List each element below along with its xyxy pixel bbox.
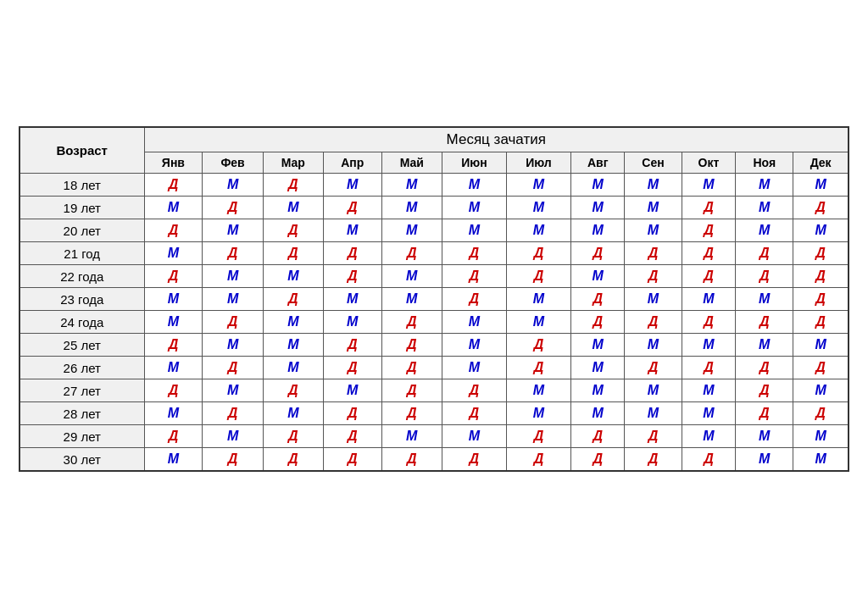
gender-cell: Д bbox=[203, 448, 263, 472]
gender-cell: М bbox=[506, 219, 570, 242]
gender-cell: М bbox=[263, 197, 323, 219]
gender-cell: Д bbox=[442, 448, 506, 472]
table-wrapper: Возраст Месяц зачатия ЯнвФевМарАпрМайИюн… bbox=[19, 126, 849, 472]
gender-cell: М bbox=[571, 402, 625, 425]
gender-cell: М bbox=[263, 265, 323, 288]
gender-cell: М bbox=[506, 402, 570, 425]
gender-cell: М bbox=[682, 379, 736, 402]
gender-cell: Д bbox=[793, 265, 849, 288]
gender-cell: Д bbox=[506, 334, 570, 357]
gender-cell: М bbox=[506, 379, 570, 402]
gender-cell: М bbox=[203, 265, 263, 288]
gender-cell: Д bbox=[144, 265, 203, 288]
table-row: 21 годМДДДДДДДДДДД bbox=[19, 242, 849, 265]
gender-cell: Д bbox=[682, 448, 736, 472]
gender-cell: М bbox=[323, 379, 381, 402]
gender-cell: М bbox=[203, 379, 263, 402]
gender-cell: М bbox=[442, 425, 506, 448]
age-cell: 27 лет bbox=[19, 379, 144, 402]
gender-cell: Д bbox=[736, 311, 793, 334]
gender-cell: Д bbox=[571, 311, 625, 334]
gender-cell: М bbox=[736, 219, 793, 242]
gender-cell: Д bbox=[736, 357, 793, 379]
gender-cell: М bbox=[381, 288, 442, 311]
gender-cell: Д bbox=[144, 174, 203, 197]
gender-cell: Д bbox=[571, 288, 625, 311]
gender-cell: Д bbox=[381, 379, 442, 402]
gender-cell: М bbox=[793, 425, 849, 448]
gender-cell: Д bbox=[144, 219, 203, 242]
gender-cell: М bbox=[442, 334, 506, 357]
gender-cell: М bbox=[736, 448, 793, 472]
gender-cell: М bbox=[442, 357, 506, 379]
gender-cell: М bbox=[736, 174, 793, 197]
gender-cell: М bbox=[203, 174, 263, 197]
table-row: 30 летМДДДДДДДДДММ bbox=[19, 448, 849, 472]
gender-cell: Д bbox=[793, 197, 849, 219]
mesyac-header: Месяц зачатия bbox=[144, 127, 849, 152]
gender-cell: М bbox=[736, 197, 793, 219]
gender-cell: Д bbox=[263, 288, 323, 311]
month-col-header: Дек bbox=[793, 152, 849, 174]
gender-cell: М bbox=[203, 288, 263, 311]
gender-cell: М bbox=[682, 425, 736, 448]
gender-cell: М bbox=[203, 219, 263, 242]
gender-cell: Д bbox=[736, 379, 793, 402]
gender-cell: М bbox=[571, 174, 625, 197]
gender-cell: М bbox=[381, 219, 442, 242]
age-cell: 28 лет bbox=[19, 402, 144, 425]
gender-cell: М bbox=[203, 425, 263, 448]
gender-cell: М bbox=[682, 402, 736, 425]
gender-cell: Д bbox=[682, 265, 736, 288]
gender-cell: М bbox=[263, 402, 323, 425]
gender-cell: М bbox=[736, 425, 793, 448]
gender-cell: Д bbox=[442, 402, 506, 425]
month-col-header: Сен bbox=[625, 152, 682, 174]
gender-cell: М bbox=[625, 174, 682, 197]
gender-cell: Д bbox=[625, 357, 682, 379]
gender-cell: Д bbox=[506, 265, 570, 288]
table-body: 18 летДМДМММММММММ19 летМДМДМММММДМД20 л… bbox=[19, 174, 849, 472]
month-col-header: Мар bbox=[263, 152, 323, 174]
gender-cell: Д bbox=[625, 448, 682, 472]
gender-cell: Д bbox=[323, 197, 381, 219]
age-cell: 24 года bbox=[19, 311, 144, 334]
month-col-header: Окт bbox=[682, 152, 736, 174]
gender-cell: М bbox=[506, 174, 570, 197]
gender-cell: Д bbox=[571, 448, 625, 472]
gender-cell: Д bbox=[381, 402, 442, 425]
gender-cell: Д bbox=[263, 379, 323, 402]
gender-cell: Д bbox=[736, 242, 793, 265]
gender-cell: Д bbox=[625, 311, 682, 334]
month-col-header: Авг bbox=[571, 152, 625, 174]
gender-cell: Д bbox=[793, 311, 849, 334]
gender-cell: Д bbox=[682, 219, 736, 242]
gender-cell: М bbox=[144, 357, 203, 379]
gender-cell: Д bbox=[682, 357, 736, 379]
gender-cell: М bbox=[571, 197, 625, 219]
gender-cell: Д bbox=[442, 242, 506, 265]
gender-cell: Д bbox=[736, 265, 793, 288]
gender-cell: М bbox=[682, 288, 736, 311]
gender-cell: М bbox=[793, 379, 849, 402]
table-row: 26 летМДМДДМДМДДДД bbox=[19, 357, 849, 379]
gender-cell: Д bbox=[682, 311, 736, 334]
month-col-header: Июл bbox=[506, 152, 570, 174]
gender-cell: М bbox=[442, 219, 506, 242]
month-col-header: Ноя bbox=[736, 152, 793, 174]
gender-cell: М bbox=[793, 174, 849, 197]
gender-cell: Д bbox=[263, 425, 323, 448]
gender-cell: М bbox=[571, 379, 625, 402]
gender-cell: М bbox=[144, 288, 203, 311]
gender-cell: М bbox=[682, 334, 736, 357]
gender-cell: М bbox=[793, 219, 849, 242]
gender-cell: М bbox=[571, 219, 625, 242]
gender-cell: Д bbox=[323, 448, 381, 472]
gender-cell: М bbox=[506, 197, 570, 219]
gender-cell: Д bbox=[203, 197, 263, 219]
table-row: 27 летДМДМДДММММДМ bbox=[19, 379, 849, 402]
table-row: 25 летДММДДМДМММММ bbox=[19, 334, 849, 357]
gender-cell: Д bbox=[263, 242, 323, 265]
gender-cell: Д bbox=[144, 425, 203, 448]
table-row: 19 летМДМДМММММДМД bbox=[19, 197, 849, 219]
